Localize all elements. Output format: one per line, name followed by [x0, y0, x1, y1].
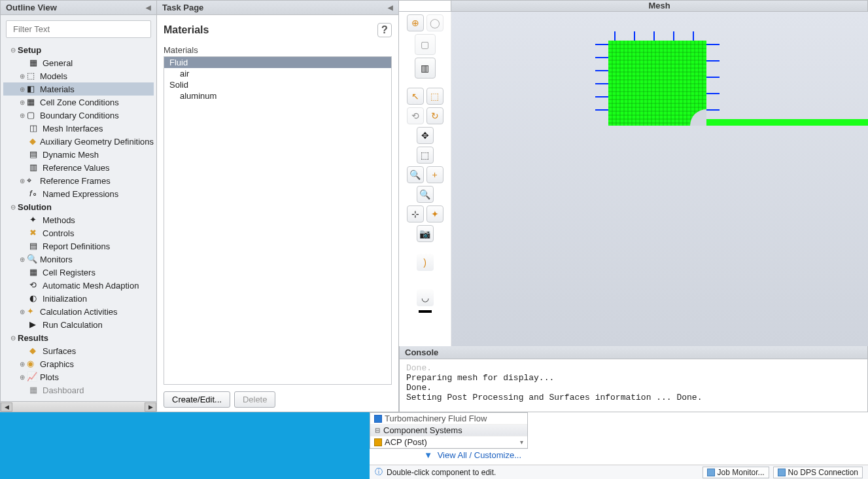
toolbox-tree[interactable]: Turbomachinery Fluid Flow ⊟ Component Sy… — [370, 412, 528, 449]
grid-icon: ▦ — [27, 97, 37, 107]
tree-dynamic-mesh[interactable]: ▤Dynamic Mesh — [3, 148, 154, 161]
tree-reference-values[interactable]: ▥Reference Values — [3, 161, 154, 174]
tree-aux-geometry[interactable]: ◆Auxiliary Geometry Definitions — [3, 135, 154, 148]
tool-rotate-icon[interactable]: ⟲ — [407, 107, 424, 124]
cellreg-icon: ▦ — [29, 267, 40, 277]
materials-icon: ◧ — [27, 84, 37, 94]
tree-dashboard[interactable]: ▦Dashboard — [3, 383, 154, 397]
tree-models[interactable]: ⊕⬚Models — [3, 69, 154, 82]
plus-icon[interactable]: ⊕ — [18, 361, 27, 368]
tool-camera-icon[interactable]: 📷 — [417, 225, 434, 242]
filter-icon[interactable]: ▼ — [424, 450, 432, 460]
minus-icon[interactable]: ⊖ — [9, 204, 18, 211]
delete-button[interactable]: Delete — [234, 391, 276, 408]
tree-initialization[interactable]: ◐Initialization — [3, 292, 154, 305]
tool-zoomin-icon[interactable]: 🔍 — [407, 166, 424, 183]
scroll-down-icon[interactable]: ▾ — [520, 438, 523, 446]
tree-materials[interactable]: ⊕◧Materials — [3, 82, 154, 96]
filter-text-box[interactable] — [6, 20, 151, 38]
tree-plots[interactable]: ⊕📈Plots — [3, 370, 154, 383]
status-bar: ⓘ Double-click component to edit. Job Mo… — [370, 465, 868, 479]
plus-icon[interactable]: ⊕ — [18, 308, 27, 315]
collapse-left-icon[interactable]: ◀ — [388, 4, 393, 11]
help-button[interactable]: ? — [377, 23, 392, 37]
job-monitor-button[interactable]: Job Monitor... — [703, 467, 769, 478]
tool-rotate2-icon[interactable]: ↻ — [426, 107, 443, 124]
plus-icon[interactable]: ⊕ — [18, 99, 27, 106]
run-icon: ▶ — [29, 319, 40, 330]
tool-zoombox-icon[interactable]: ⬚ — [417, 147, 434, 164]
plus-icon[interactable]: ⊕ — [18, 86, 27, 93]
dps-connection-status[interactable]: No DPS Connection — [773, 467, 863, 478]
tree-named-expressions[interactable]: f∘Named Expressions — [3, 187, 154, 200]
material-aluminum[interactable]: aluminum — [164, 90, 391, 101]
tree-graphics[interactable]: ⊕◉Graphics — [3, 357, 154, 370]
tool-globe-icon[interactable]: ⊕ — [407, 14, 424, 31]
plus-icon[interactable]: ⊕ — [18, 374, 27, 381]
outline-hscrollbar[interactable]: ◀ ▶ — [1, 401, 156, 412]
tree-results[interactable]: ⊖Results — [3, 331, 154, 344]
tree-report-definitions[interactable]: ▤Report Definitions — [3, 240, 154, 253]
outline-tree[interactable]: ⊖Setup ▦General ⊕⬚Models ⊕◧Materials ⊕▦C… — [1, 43, 156, 401]
workbench-schematic-area[interactable] — [0, 412, 370, 479]
toolbox-component-systems[interactable]: ⊟ Component Systems — [370, 425, 527, 436]
tree-general[interactable]: ▦General — [3, 56, 154, 69]
console-line: Done. — [406, 383, 861, 393]
tree-solution[interactable]: ⊖Solution — [3, 200, 154, 213]
tree-mesh-interfaces[interactable]: ◫Mesh Interfaces — [3, 122, 154, 135]
tree-cell-registers[interactable]: ▦Cell Registers — [3, 266, 154, 279]
minus-icon[interactable]: ⊖ — [9, 46, 18, 54]
tree-monitors[interactable]: ⊕🔍Monitors — [3, 253, 154, 266]
scroll-left-icon[interactable]: ◀ — [1, 402, 12, 412]
collapse-left-icon[interactable]: ◀ — [146, 4, 151, 11]
create-edit-button[interactable]: Create/Edit... — [164, 391, 230, 408]
material-air[interactable]: air — [164, 68, 391, 79]
shape-icon: ◆ — [29, 136, 37, 147]
tree-surfaces[interactable]: ◆Surfaces — [3, 344, 154, 357]
task-page-title: Task Page — [162, 3, 203, 12]
tree-cell-zone-conditions[interactable]: ⊕▦Cell Zone Conditions — [3, 96, 154, 109]
tool-zoomout-icon[interactable]: 🔍 — [417, 186, 434, 203]
tree-setup[interactable]: ⊖Setup — [3, 43, 154, 56]
tree-reference-frames[interactable]: ⊕⌖Reference Frames — [3, 174, 154, 187]
tool-pointer-icon[interactable]: ↖ — [407, 88, 424, 105]
adapt-icon: ⟲ — [29, 280, 40, 291]
graphics-view-area: Mesh ⊕ ◯ ▢ ▥ ↖⬚ ⟲↻ ✥ ⬚ 🔍+ 🔍 — [399, 0, 868, 412]
info-icon: ⓘ — [375, 467, 383, 478]
tree-methods[interactable]: ✦Methods — [3, 213, 154, 226]
plot-icon: 📈 — [27, 372, 37, 382]
console-output[interactable]: Done. Preparing mesh for display... Done… — [400, 359, 867, 412]
toolbox-turbo-flow[interactable]: Turbomachinery Fluid Flow — [370, 413, 527, 425]
tree-auto-mesh-adaption[interactable]: ⟲Automatic Mesh Adaption — [3, 279, 154, 292]
minus-icon[interactable]: ⊖ — [9, 334, 18, 342]
materials-listbox[interactable]: Fluid air Solid aluminum — [164, 56, 392, 385]
tool-zoomfit-icon[interactable]: + — [426, 166, 443, 183]
plus-icon[interactable]: ⊕ — [18, 73, 27, 80]
tool-layers-icon[interactable]: ▥ — [415, 58, 436, 79]
material-solid[interactable]: Solid — [164, 79, 391, 90]
plus-icon[interactable]: ⊕ — [18, 256, 27, 263]
filter-text-input[interactable] — [12, 24, 145, 35]
mesh-canvas[interactable]: ⊕ ◯ ▢ ▥ ↖⬚ ⟲↻ ✥ ⬚ 🔍+ 🔍 ⊹✦ 📷 ) — [399, 12, 868, 346]
view-all-customize-link[interactable]: View All / Customize... — [438, 450, 521, 460]
tree-run-calculation[interactable]: ▶Run Calculation — [3, 318, 154, 331]
tool-select-icon[interactable]: ⬚ — [426, 88, 443, 105]
collapse-icon[interactable]: ⊟ — [374, 427, 381, 434]
tool-probe-icon[interactable]: ✦ — [426, 205, 443, 222]
tool-sphere-icon[interactable]: ◯ — [426, 14, 443, 31]
tree-boundary-conditions[interactable]: ⊕▢Boundary Conditions — [3, 109, 154, 122]
tree-controls[interactable]: ✖Controls — [3, 226, 154, 240]
toolbox-acp-post[interactable]: ACP (Post) ▾ — [370, 436, 527, 448]
tool-pan-icon[interactable]: ✥ — [417, 127, 434, 144]
plus-icon[interactable]: ⊕ — [18, 112, 27, 119]
plus-icon[interactable]: ⊕ — [18, 177, 27, 185]
material-fluid[interactable]: Fluid — [164, 57, 391, 68]
init-icon: ◐ — [29, 293, 40, 304]
tree-calculation-activities[interactable]: ⊕✦Calculation Activities — [3, 305, 154, 318]
scroll-right-icon[interactable]: ▶ — [145, 402, 156, 412]
tool-cube-icon[interactable]: ▢ — [415, 34, 436, 55]
system-icon — [374, 415, 382, 423]
tool-more-icon[interactable]: ) — [417, 254, 434, 271]
tool-loading-icon[interactable]: ◡ — [417, 289, 434, 306]
tool-axes-icon[interactable]: ⊹ — [407, 205, 424, 222]
